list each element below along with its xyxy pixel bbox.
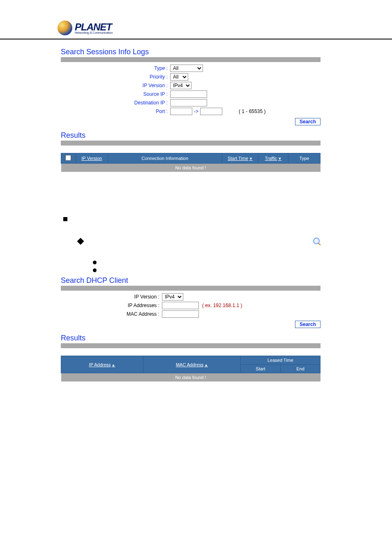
port-label: Port : xyxy=(61,109,170,114)
sessions-results-table: IP Version Connection Information Start … xyxy=(61,153,321,172)
col-start-time[interactable]: Start Time xyxy=(222,153,258,164)
no-data-row: No data found ! xyxy=(61,164,321,172)
port-to-input[interactable] xyxy=(200,108,222,115)
select-all-checkbox[interactable] xyxy=(61,153,76,164)
col-mac-address[interactable]: MAC Address xyxy=(143,356,241,373)
port-arrow-icon: -> xyxy=(194,109,198,114)
brand-logo: PLANET Networking & Communication xyxy=(58,21,392,35)
bullet-list xyxy=(61,217,321,272)
col-ip-version[interactable]: IP Version xyxy=(76,153,108,164)
col-end: End xyxy=(281,365,321,373)
dhcp-mac-address-label: MAC Address : xyxy=(61,311,162,317)
dhcp-ip-version-select[interactable]: IPv4 xyxy=(162,293,183,301)
dot-bullet-icon xyxy=(93,261,97,264)
destination-ip-label: Destination IP : xyxy=(61,100,170,106)
divider xyxy=(61,141,321,146)
magnifier-icon[interactable] xyxy=(313,238,321,245)
globe-icon xyxy=(58,21,72,35)
source-ip-label: Source IP : xyxy=(61,91,170,97)
sessions-title: Search Sessions Info Logs xyxy=(61,48,321,56)
source-ip-input[interactable] xyxy=(170,90,207,98)
col-leased-time: Leased Time xyxy=(240,356,320,365)
divider xyxy=(61,343,321,348)
port-from-input[interactable] xyxy=(170,108,192,115)
dhcp-ip-version-label: IP Version : xyxy=(61,294,162,300)
sessions-results-title: Results xyxy=(61,131,321,140)
ip-version-label: IP Version : xyxy=(61,83,170,88)
no-data-row: No data found ! xyxy=(61,373,321,382)
diamond-bullet-icon xyxy=(77,238,84,245)
square-bullet-icon xyxy=(63,217,67,221)
sessions-search-button[interactable]: Search xyxy=(295,118,321,125)
port-hint: ( 1 - 65535 ) xyxy=(239,109,265,114)
brand-name: PLANET xyxy=(75,22,113,32)
dhcp-results-table: IP Address MAC Address Leased Time Start… xyxy=(61,356,321,382)
divider xyxy=(61,57,321,62)
priority-label: Priority : xyxy=(61,74,170,80)
dot-bullet-icon xyxy=(93,268,97,272)
dhcp-title: Search DHCP Client xyxy=(61,276,321,285)
col-ip-address[interactable]: IP Address xyxy=(61,356,143,373)
dhcp-ip-addresses-input[interactable] xyxy=(162,302,199,309)
col-type: Type xyxy=(288,153,320,164)
col-start: Start xyxy=(240,365,280,373)
dhcp-search-button[interactable]: Search xyxy=(295,321,321,328)
type-label: Type : xyxy=(61,65,170,71)
col-traffic[interactable]: Traffic xyxy=(258,153,288,164)
col-connection-info: Connection Information xyxy=(108,153,222,164)
dhcp-ip-hint: ( ex. 192.168.1.1 ) xyxy=(202,303,242,308)
divider xyxy=(61,286,321,291)
brand-tagline: Networking & Communication xyxy=(75,31,113,34)
destination-ip-input[interactable] xyxy=(170,99,207,106)
type-select[interactable]: All xyxy=(170,65,203,72)
ip-version-select[interactable]: IPv4 xyxy=(170,82,191,89)
header: PLANET Networking & Communication xyxy=(0,21,392,39)
dhcp-mac-address-input[interactable] xyxy=(162,310,199,318)
dhcp-results-title: Results xyxy=(61,334,321,342)
priority-select[interactable]: All xyxy=(170,73,188,81)
dhcp-ip-addresses-label: IP Addresses : xyxy=(61,303,162,308)
